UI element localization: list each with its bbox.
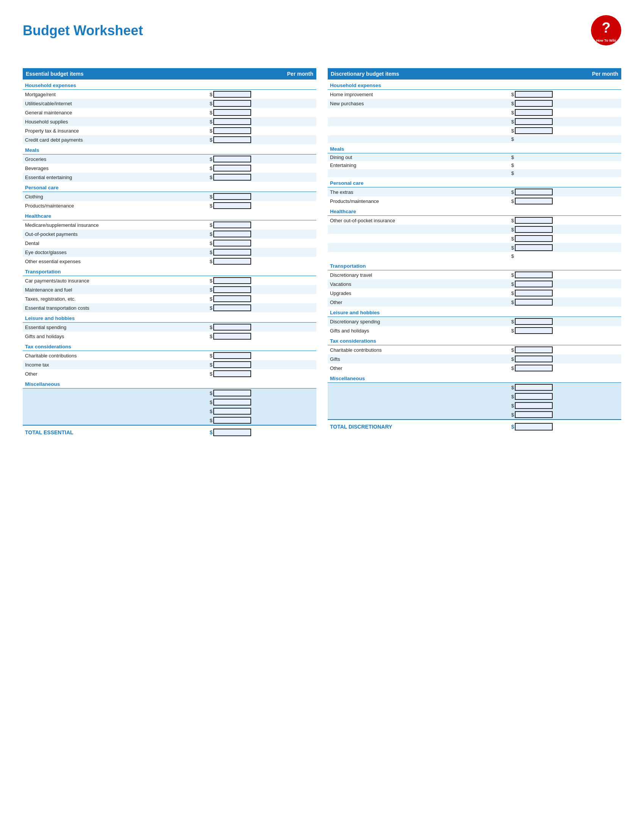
essential-propertytax-input[interactable] [213,127,251,134]
table-row: Essential entertaining $ [23,173,316,182]
disc-misc3-input[interactable] [515,402,553,409]
essential-car-input[interactable] [213,277,251,284]
disc-giftsTax-input[interactable] [515,355,553,362]
table-row: Taxes, registration, etc. $ [23,294,316,303]
table-row: $ [328,108,621,117]
table-row: Essential transportation costs $ [23,303,316,312]
discretionary-section-personalcare: Personal care [328,177,621,187]
disc-household4-input[interactable] [515,118,553,125]
essential-utilities-input[interactable] [213,100,251,107]
table-row: $ [328,169,621,177]
disc-homeimprove-input[interactable] [515,91,553,98]
essential-total-input[interactable] [213,429,251,436]
table-row: Discretionary travel $ [328,270,621,280]
essential-mortgage-input[interactable] [213,91,251,98]
disc-transother-input[interactable] [515,299,553,306]
table-row: $ [328,243,621,252]
table-row: Entertaining $ [328,161,621,169]
essential-beverages-input[interactable] [213,165,251,172]
disc-household3-input[interactable] [515,109,553,116]
table-row: Charitable contributions $ [23,351,316,360]
disc-extras-input[interactable] [515,188,553,195]
table-row: Discretionary spending $ [328,317,621,326]
essential-table-container: Essential budget items Per month Househo… [23,68,316,439]
disc-health3-input[interactable] [515,235,553,242]
table-row: Products/maintenance $ [23,201,316,210]
table-row: Groceries $ [23,154,316,164]
essential-creditcard-input[interactable] [213,136,251,143]
essential-groceries-input[interactable] [213,156,251,162]
discretionary-table-container: Discretionary budget items Per month Hou… [328,68,621,439]
essential-medicare-input[interactable] [213,222,251,228]
table-row: Upgrades $ [328,288,621,298]
essential-misc4-input[interactable] [213,417,251,424]
essential-misc1-input[interactable] [213,390,251,396]
discretionary-permonth-label: Per month [509,68,621,79]
disc-products-input[interactable] [515,198,553,204]
table-row: Income tax $ [23,360,316,369]
essential-section-household: Household expenses [23,79,316,90]
disc-misc2-input[interactable] [515,393,553,400]
disc-misc1-input[interactable] [515,384,553,391]
logo-label: How To Wiki [596,39,617,42]
essential-leisure-input[interactable] [213,324,251,331]
essential-maintenance-input[interactable] [213,109,251,116]
table-row: $ [328,234,621,243]
essential-section-misc: Miscellaneous [23,378,316,389]
disc-taxother-input[interactable] [515,365,553,371]
essential-taxes-input[interactable] [213,295,251,302]
essential-gifts-input[interactable] [213,333,251,339]
table-row: Vacations $ [328,280,621,288]
discretionary-section-misc: Miscellaneous [328,373,621,383]
disc-misc4-input[interactable] [515,411,553,418]
essential-dental-input[interactable] [213,240,251,246]
essential-misc2-input[interactable] [213,399,251,405]
essential-total-row: TOTAL ESSENTIAL $ [23,425,316,439]
disc-gifts-input[interactable] [515,327,553,334]
essential-section-transportation: Transportation [23,266,316,276]
discretionary-section-household: Household expenses [328,79,621,90]
essential-charitable-input[interactable] [213,352,251,359]
essential-transport-input[interactable] [213,304,251,311]
essential-incometax-input[interactable] [213,361,251,368]
table-row: Maintenance and fuel $ [23,285,316,294]
table-row: Household supplies $ [23,117,316,126]
discretionary-section-tax: Tax considerations [328,335,621,345]
disc-health4-input[interactable] [515,244,553,251]
disc-upgrades-input[interactable] [515,289,553,296]
table-row: Beverages $ [23,164,316,173]
disc-health2-input[interactable] [515,226,553,233]
essential-entertaining-input[interactable] [213,174,251,181]
essential-clothing-input[interactable] [213,193,251,200]
discretionary-table: Discretionary budget items Per month Hou… [328,68,621,434]
table-row: $ [328,135,621,143]
discretionary-header-label: Discretionary budget items [328,68,509,79]
disc-household5-input[interactable] [515,127,553,134]
disc-travel-input[interactable] [515,272,553,278]
table-row: $ [328,383,621,392]
table-row: $ [328,392,621,401]
discretionary-header-row: Discretionary budget items Per month [328,68,621,79]
essential-section-personalcare: Personal care [23,182,316,192]
table-row: Gifts and holidays $ [328,326,621,335]
discretionary-total-label: TOTAL DISCRETIONARY [328,420,509,434]
essential-otherhealth-input[interactable] [213,258,251,265]
essential-section-leisure: Leisure and hobbies [23,312,316,323]
disc-newpurchases-input[interactable] [515,100,553,107]
disc-vacations-input[interactable] [515,281,553,287]
logo-question-mark: ? [602,20,610,36]
essential-header-label: Essential budget items [23,68,207,79]
essential-fuel-input[interactable] [213,286,251,293]
discretionary-total-input[interactable] [515,423,553,431]
table-row: $ [23,389,316,398]
essential-supplies-input[interactable] [213,118,251,125]
essential-taxother-input[interactable] [213,370,251,377]
disc-leisure-input[interactable] [515,318,553,325]
disc-charitable-input[interactable] [515,346,553,353]
essential-outofpocket-input[interactable] [213,231,251,237]
essential-eyedoctor-input[interactable] [213,249,251,256]
tables-container: Essential budget items Per month Househo… [23,68,621,439]
disc-insurance-input[interactable] [515,217,553,224]
essential-products-input[interactable] [213,202,251,209]
essential-misc3-input[interactable] [213,408,251,415]
